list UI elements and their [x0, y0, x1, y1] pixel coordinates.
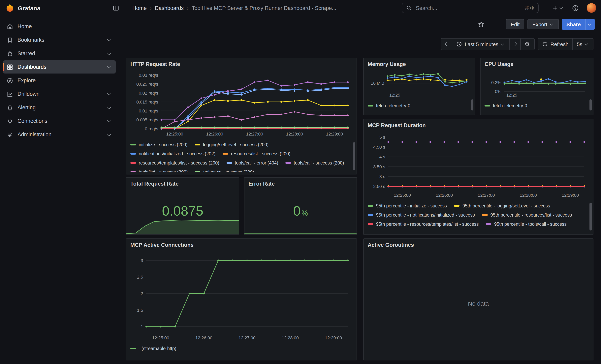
legend-item[interactable]: 95th percentile - resources/list - succe… [482, 211, 572, 218]
mcp-active-connections-chart[interactable]: 11.522.5312:25:0012:26:0012:27:0012:28:0… [130, 249, 352, 341]
share-split-button: Share [562, 19, 595, 30]
memory-usage-chart[interactable]: 16 MiB12:25 [368, 68, 471, 98]
legend-swatch [195, 171, 200, 172]
share-button[interactable]: Share [562, 19, 585, 30]
chevron-down-icon [501, 42, 504, 46]
sidebar-item-drilldown[interactable]: Drilldown [3, 88, 116, 100]
legend-label: - (streamable-http) [139, 346, 176, 351]
plus-icon [552, 5, 558, 11]
panel-title[interactable]: Active Goroutines [368, 241, 589, 249]
legend-swatch [285, 162, 291, 164]
sidebar-item-label: Alerting [18, 105, 103, 110]
legend-item[interactable]: tools/call - error (404) [226, 159, 278, 167]
legend-item[interactable]: tools/list - success (200) [130, 168, 188, 172]
share-menu-button[interactable] [585, 19, 595, 30]
zoom-out-button[interactable] [521, 38, 534, 50]
legend-item[interactable]: resources/templates/list - success (200) [130, 159, 219, 167]
legend-label: unknown - success (200) [203, 170, 254, 172]
panel-title[interactable]: Error Rate [249, 180, 352, 188]
panel-title[interactable]: Total Request Rate [130, 180, 235, 188]
chevron-down-icon [107, 105, 111, 109]
time-forward-button[interactable] [509, 38, 521, 50]
breadcrumb-home[interactable]: Home [132, 5, 147, 11]
legend-swatch [130, 348, 136, 349]
legend-item[interactable]: 95th percentile - initialize - success [368, 202, 447, 209]
legend-item[interactable]: unknown - success (200) [195, 168, 254, 172]
svg-text:0.03 req/s: 0.03 req/s [139, 73, 158, 78]
brand-title: Grafana [18, 5, 40, 11]
compass-icon [7, 77, 13, 84]
add-new-button[interactable] [552, 5, 564, 11]
legend-item[interactable]: tools/call - success (200) [285, 159, 344, 167]
legend-item[interactable]: 95th percentile - resources/templates/li… [368, 221, 479, 228]
panel-title[interactable]: MCP Active Connections [130, 241, 352, 249]
sidebar-item-home[interactable]: Home [3, 20, 116, 33]
legend-label: logging/setLevel - success (200) [203, 142, 269, 147]
panel-title[interactable]: MCP Request Duration [368, 122, 589, 129]
edit-button[interactable]: Edit [506, 19, 524, 30]
svg-text:12:27:00: 12:27:00 [239, 335, 256, 340]
help-button[interactable] [572, 5, 579, 11]
svg-text:2: 2 [141, 291, 143, 296]
sidebar-toggle-button[interactable] [110, 3, 121, 13]
legend-item[interactable]: initialize - success (200) [130, 141, 187, 148]
cpu-usage-chart[interactable]: 0.2%0%12:25 [485, 68, 589, 98]
grafana-app: Grafana Home › Dashboards › ToolHive MCP… [0, 0, 601, 364]
search-bar[interactable]: ⌘+k [402, 3, 539, 13]
http-request-rate-chart[interactable]: 0 req/s0.005 req/s0.01 req/s0.015 req/s0… [130, 68, 352, 138]
legend-scrollbar[interactable] [590, 203, 592, 230]
panel-title[interactable]: Memory Usage [368, 60, 471, 68]
legend-item[interactable]: fetch-telemetry-0 [485, 102, 527, 109]
legend-label: 95th percentile - resources/templates/li… [376, 222, 479, 226]
svg-text:12:28:00: 12:28:00 [286, 132, 303, 137]
export-button[interactable]: Export [528, 19, 559, 30]
legend-label: 95th percentile - logging/setLevel - suc… [462, 204, 550, 208]
svg-text:12:25: 12:25 [506, 93, 517, 98]
svg-text:3.50 s: 3.50 s [373, 164, 385, 169]
legend-item[interactable]: notifications/initialized - success (202… [130, 150, 215, 157]
legend-swatch [368, 205, 373, 207]
legend-label: initialize - success (200) [139, 142, 187, 147]
panel-title[interactable]: HTTP Request Rate [130, 60, 352, 68]
refresh-button[interactable]: Refresh [538, 38, 573, 50]
legend-scrollbar[interactable] [471, 99, 473, 110]
legend-label: tools/list - success (200) [139, 170, 188, 172]
grafana-logo-icon[interactable] [6, 4, 14, 12]
legend-item[interactable]: logging/setLevel - success (200) [195, 141, 269, 148]
legend-scrollbar[interactable] [590, 99, 592, 110]
mcp-request-duration-chart[interactable]: 2.50 s3 s3.50 s4 s4.50 s5 s12:25:0012:26… [368, 129, 589, 199]
legend-item[interactable]: resources/list - success (200) [223, 150, 290, 157]
time-back-button[interactable] [441, 38, 452, 50]
sidebar-item-explore[interactable]: Explore [3, 74, 116, 87]
svg-text:0 req/s: 0 req/s [145, 126, 158, 131]
panel-active-goroutines: Active Goroutines No data [363, 238, 593, 360]
legend-item[interactable]: 95th percentile - logging/setLevel - suc… [454, 202, 550, 209]
legend-scrollbar[interactable] [353, 142, 355, 170]
legend-item[interactable]: - (streamable-http) [130, 345, 176, 352]
favorite-star-button[interactable] [475, 20, 487, 28]
legend-swatch [368, 105, 373, 107]
breadcrumb-dashboards[interactable]: Dashboards [155, 5, 184, 11]
legend-item[interactable]: fetch-telemetry-0 [368, 102, 411, 109]
legend-item[interactable]: 95th percentile - notifications/initiali… [368, 211, 475, 218]
legend-swatch [485, 105, 490, 107]
sidebar-item-administration[interactable]: Administration [3, 128, 116, 141]
search-input[interactable] [415, 5, 521, 11]
sidebar-item-bookmarks[interactable]: Bookmarks [3, 33, 116, 47]
panel-title[interactable]: CPU Usage [485, 60, 589, 68]
panel-memory-usage: Memory Usage 16 MiB12:25 fetch-telemetry… [363, 58, 475, 115]
svg-text:12:28:00: 12:28:00 [520, 193, 537, 198]
breadcrumb-current: ToolHive MCP Server & Proxy Runner Dashb… [192, 5, 336, 11]
sidebar-item-label: Bookmarks [18, 37, 103, 43]
sidebar-item-dashboards[interactable]: Dashboards [3, 60, 116, 74]
sidebar-item-alerting[interactable]: Alerting [3, 101, 116, 114]
svg-text:12:29:00: 12:29:00 [562, 193, 579, 198]
legend-item[interactable]: 95th percentile - tools/call - success [486, 221, 566, 228]
legend-label: fetch-telemetry-0 [493, 103, 527, 108]
time-range-picker[interactable]: Last 5 minutes [452, 38, 509, 50]
svg-text:3: 3 [141, 258, 143, 263]
user-avatar[interactable] [587, 3, 596, 13]
refresh-interval-picker[interactable]: 5s [573, 38, 593, 50]
sidebar-item-connections[interactable]: Connections [3, 114, 116, 128]
sidebar-item-starred[interactable]: Starred [3, 47, 116, 60]
